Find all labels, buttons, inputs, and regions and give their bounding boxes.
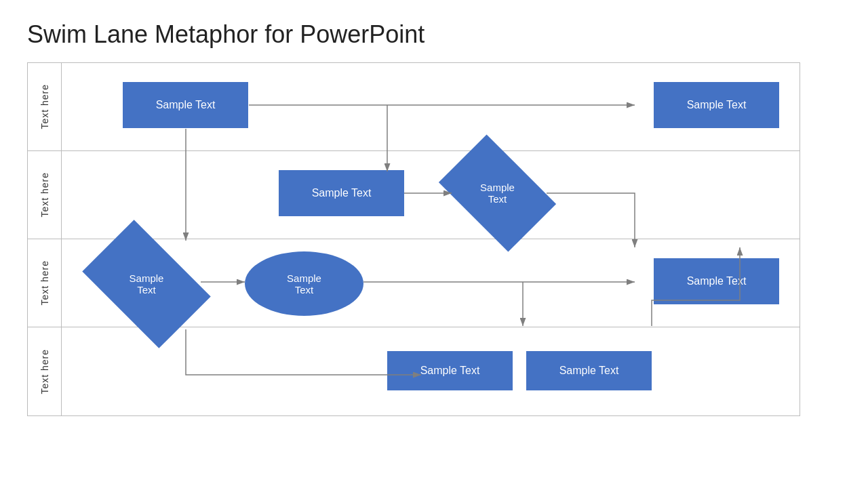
lane-label-3: Text here	[28, 239, 62, 327]
diamond-label-3: Sample Text	[130, 272, 164, 296]
lane-label-2: Text here	[28, 151, 62, 239]
lane-label-4: Text here	[28, 327, 62, 415]
ellipse-text: Sample Text	[287, 272, 321, 296]
lane-2: Text here Sample Text Sample Text	[28, 151, 800, 239]
diamond-lane3: Sample Text	[92, 247, 201, 321]
lane-label-1: Text here	[28, 63, 62, 150]
rect-lane3-right: Sample Text	[654, 258, 779, 304]
rect-lane4-left: Sample Text	[387, 351, 513, 390]
page: Swim Lane Metaphor for PowerPoint Text h…	[0, 0, 868, 488]
diamond-lane2: Sample Text	[448, 159, 547, 227]
lane-content-4: Sample Text Sample Text	[62, 327, 800, 415]
rect-lane1-right: Sample Text	[654, 82, 779, 128]
lane-content-3: Sample Text Sample Text Sample Text	[62, 239, 800, 327]
swimlane-container: Text here Sample Text Sample Text Text h…	[27, 62, 800, 416]
rect-lane1-left: Sample Text	[123, 82, 248, 128]
page-title: Swim Lane Metaphor for PowerPoint	[27, 20, 841, 49]
lane-content-2: Sample Text Sample Text	[62, 151, 800, 239]
ellipse-lane3: Sample Text	[245, 251, 363, 316]
lane-1: Text here Sample Text Sample Text	[28, 63, 800, 151]
lane-content-1: Sample Text Sample Text	[62, 63, 800, 150]
diamond-label-2: Sample Text	[480, 182, 515, 205]
lane-3: Text here Sample Text Sample Text Sample…	[28, 239, 800, 327]
rect-lane2-mid: Sample Text	[279, 170, 404, 216]
lane-4: Text here Sample Text Sample Text	[28, 327, 800, 415]
rect-lane4-right: Sample Text	[526, 351, 652, 390]
